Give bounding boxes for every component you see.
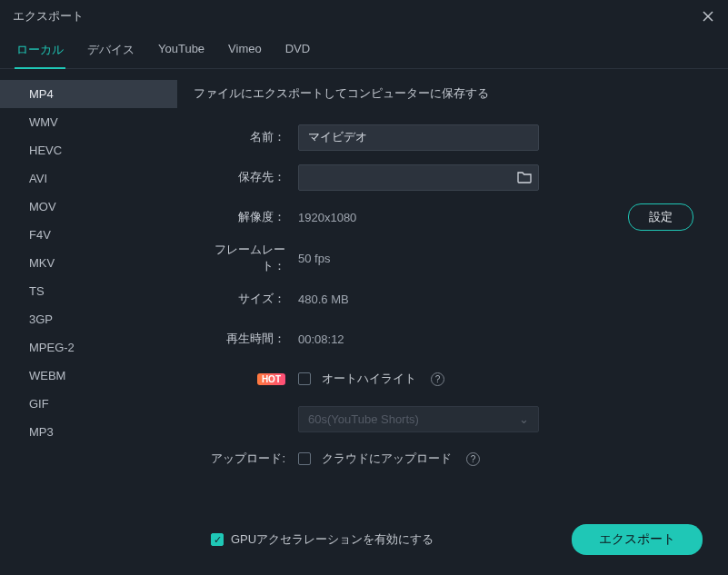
format-item-avi[interactable]: AVI: [0, 164, 177, 193]
format-item-mkv[interactable]: MKV: [0, 249, 177, 277]
export-button[interactable]: エクスポート: [572, 524, 703, 555]
format-item-webm[interactable]: WEBM: [0, 362, 177, 390]
chevron-down-icon: ⌄: [519, 412, 529, 426]
format-item-ts[interactable]: TS: [0, 277, 177, 305]
framerate-label: フレームレート：: [194, 242, 298, 274]
save-path-input[interactable]: [298, 164, 539, 191]
format-item-f4v[interactable]: F4V: [0, 221, 177, 249]
duration-label: 再生時間：: [194, 331, 298, 347]
tab-device[interactable]: デバイス: [85, 36, 136, 68]
cloud-upload-help-icon[interactable]: ?: [466, 452, 480, 466]
format-item-3gp[interactable]: 3GP: [0, 305, 177, 333]
gpu-accel-toggle[interactable]: GPUアクセラレーションを有効にする: [211, 531, 434, 548]
tab-bar: ローカル デバイス YouTube Vimeo DVD: [0, 31, 728, 69]
folder-icon: [517, 171, 532, 183]
duration-value: 00:08:12: [298, 332, 344, 346]
resolution-value: 1920x1080: [298, 211, 356, 224]
cloud-upload-checkbox[interactable]: [298, 452, 311, 465]
tab-dvd[interactable]: DVD: [284, 36, 312, 68]
format-item-mpeg2[interactable]: MPEG-2: [0, 333, 177, 362]
framerate-value: 50 fps: [298, 252, 330, 265]
close-button[interactable]: [699, 7, 717, 25]
shorts-duration-select[interactable]: 60s(YouTube Shorts) ⌄: [298, 406, 539, 432]
tab-vimeo[interactable]: Vimeo: [226, 36, 264, 68]
window-title: エクスポート: [13, 8, 84, 25]
browse-folder-button[interactable]: [517, 171, 532, 183]
settings-button[interactable]: 設定: [628, 203, 693, 231]
format-sidebar: MP4 WMV HEVC AVI MOV F4V MKV TS 3GP MPEG…: [0, 69, 177, 511]
name-label: 名前：: [194, 129, 298, 145]
auto-highlight-help-icon[interactable]: ?: [431, 372, 444, 386]
name-input[interactable]: [298, 124, 539, 151]
gpu-accel-checkbox[interactable]: [211, 533, 224, 546]
size-value: 480.6 MB: [298, 292, 349, 306]
close-icon: [702, 10, 714, 23]
format-item-mp4[interactable]: MP4: [0, 80, 177, 108]
format-item-mp3[interactable]: MP3: [0, 418, 177, 446]
format-item-hevc[interactable]: HEVC: [0, 136, 177, 164]
hot-badge: HOT: [257, 373, 285, 385]
save-to-label: 保存先：: [194, 169, 298, 185]
format-item-wmv[interactable]: WMV: [0, 108, 177, 136]
section-title: ファイルにエクスポートしてコンピューターに保存する: [194, 85, 703, 102]
upload-label: アップロード:: [194, 451, 298, 467]
format-item-mov[interactable]: MOV: [0, 193, 177, 221]
shorts-duration-value: 60s(YouTube Shorts): [308, 412, 419, 426]
resolution-label: 解像度：: [194, 209, 298, 225]
format-item-gif[interactable]: GIF: [0, 390, 177, 418]
tab-youtube[interactable]: YouTube: [156, 36, 206, 68]
cloud-upload-label: クラウドにアップロード: [322, 451, 452, 467]
gpu-accel-label: GPUアクセラレーションを有効にする: [231, 531, 434, 548]
auto-highlight-label: オートハイライト: [322, 371, 416, 387]
size-label: サイズ：: [194, 291, 298, 307]
auto-highlight-checkbox[interactable]: [298, 372, 311, 385]
tab-local[interactable]: ローカル: [15, 36, 65, 69]
